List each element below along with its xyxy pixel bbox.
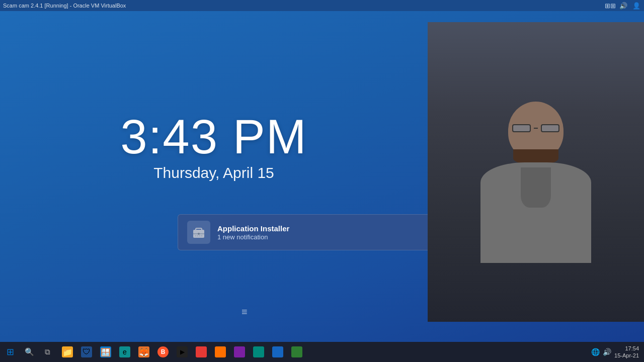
title-bar-icons: ⊞⊞ 🔊 👤 <box>606 1 641 10</box>
taskbar-store[interactable]: 🪟 <box>97 342 115 362</box>
taskbar-app-7[interactable] <box>288 342 306 362</box>
taskbar-app-3[interactable] <box>211 342 229 362</box>
notification-app-icon <box>187 221 210 244</box>
tray-network-icon[interactable]: 🌐 <box>591 348 600 356</box>
notification-title: Application Installer <box>217 224 289 233</box>
search-button[interactable]: 🔍 <box>20 342 38 362</box>
installer-icon <box>191 225 206 240</box>
taskbar-edge[interactable]: e <box>116 342 134 362</box>
keyboard-indicator: ≡ <box>242 306 248 318</box>
webcam-person-view <box>428 22 644 322</box>
taskbar-security[interactable]: 🛡 <box>77 342 96 362</box>
user-icon[interactable]: 👤 <box>632 1 641 10</box>
taskbar-app-5[interactable] <box>250 342 268 362</box>
svg-rect-1 <box>196 228 202 231</box>
start-button[interactable]: ⊞ <box>0 342 20 362</box>
webcam-area <box>428 22 644 322</box>
task-view-button[interactable]: ⧉ <box>38 342 56 362</box>
tray-volume-icon[interactable]: 🔊 <box>603 348 611 356</box>
system-tray-icons: 🌐 🔊 <box>591 348 611 356</box>
taskbar: ⊞ 🔍 ⧉ 📁 🛡 🪟 e 🦊 B <box>0 342 644 362</box>
taskbar-app-4[interactable] <box>230 342 249 362</box>
svg-point-3 <box>198 233 200 235</box>
notification-text: Application Installer 1 new notification <box>217 224 289 241</box>
taskbar-app-2[interactable] <box>192 342 210 362</box>
notification-banner[interactable]: Application Installer 1 new notification <box>178 214 434 250</box>
svg-point-7 <box>201 235 202 236</box>
taskbar-app-6[interactable] <box>269 342 287 362</box>
svg-point-4 <box>195 235 196 236</box>
network-icon[interactable]: ⊞⊞ <box>606 1 615 10</box>
taskbar-time: 17:54 <box>625 345 639 352</box>
taskbar-clock[interactable]: 17:54 15-Apr-21 <box>614 345 639 359</box>
taskbar-date: 15-Apr-21 <box>614 352 639 359</box>
svg-point-5 <box>197 235 198 236</box>
taskbar-pinned-apps: 📁 🛡 🪟 e 🦊 B ▶ <box>56 342 591 362</box>
notification-body: 1 new notification <box>217 233 289 241</box>
taskbar-tray: 🌐 🔊 17:54 15-Apr-21 <box>591 345 644 359</box>
taskbar-firefox[interactable]: 🦊 <box>135 342 153 362</box>
title-bar: Scam cam 2.4.1 [Running] - Oracle VM Vir… <box>0 0 644 11</box>
desktop: 3:43 PM Thursday, April 15 Application I… <box>0 11 644 342</box>
volume-icon[interactable]: 🔊 <box>619 1 628 10</box>
svg-point-6 <box>199 235 200 236</box>
clock-date: Thursday, April 15 <box>153 164 274 182</box>
clock-area: 3:43 PM Thursday, April 15 <box>0 112 428 182</box>
taskbar-app-media[interactable]: ▶ <box>173 342 191 362</box>
taskbar-file-explorer[interactable]: 📁 <box>58 342 76 362</box>
taskbar-brave[interactable]: B <box>154 342 172 362</box>
clock-time: 3:43 PM <box>120 112 307 162</box>
title-bar-text: Scam cam 2.4.1 [Running] - Oracle VM Vir… <box>3 3 126 9</box>
